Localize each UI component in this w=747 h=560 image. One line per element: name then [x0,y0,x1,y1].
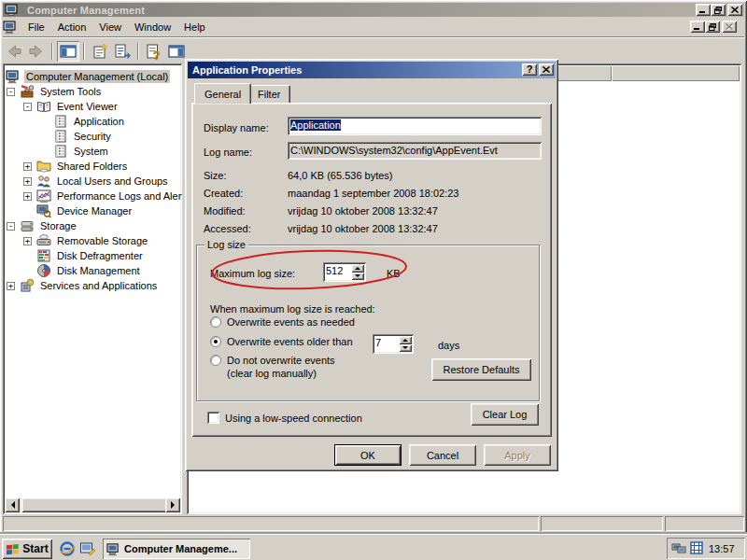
maximum-log-size-label: Maximum log size: [210,268,295,279]
tree-item-label: System [72,145,110,158]
restore-defaults-label: Restore Defaults [444,364,520,375]
close-button[interactable] [727,4,742,16]
accessed-label: Accessed: [204,223,251,234]
low-speed-checkbox-row[interactable]: Using a low-speed connection [207,412,362,424]
tree-item-label: Removable Storage [55,234,149,247]
clear-log-button[interactable]: Clear Log [471,403,539,426]
minimize-button[interactable] [696,4,711,16]
show-console-tree-icon[interactable] [57,41,79,62]
restore-defaults-button[interactable]: Restore Defaults [431,358,531,381]
ok-button[interactable]: OK [334,444,402,466]
tree-item-label: Security [72,130,113,143]
removable-storage-icon [36,233,51,248]
tree-item-local-users-and-groups[interactable]: +Local Users and Groups [3,174,182,189]
scrollbar-thumb[interactable] [21,497,167,512]
radio-label: Overwrite events older than [227,336,353,347]
menu-item-action[interactable]: Action [51,20,93,35]
tree-item-services-and-applications[interactable]: +Services and Applications [3,278,182,293]
spin-up-button[interactable] [351,264,364,273]
radio-overwrite-events-older-than[interactable]: Overwrite events older than [210,336,353,347]
collapse-icon[interactable]: - [23,103,32,111]
maximum-log-size-value: 512 [326,265,343,277]
size-label: Size: [204,170,226,181]
clock[interactable]: 13:57 [709,543,735,554]
taskbar-task-computer-management[interactable]: Computer Manageme... [103,539,250,559]
console-window-icon[interactable] [3,20,18,35]
tree-item-disk-management[interactable]: Disk Management [3,263,182,278]
child-restore-button[interactable] [705,21,720,33]
computer-icon [6,69,21,84]
spin-up-button[interactable] [399,336,412,344]
main-titlebar[interactable]: Computer Management [3,3,744,17]
display-name-input[interactable]: Application [288,117,542,135]
menu-item-file[interactable]: File [21,20,51,35]
menu-item-help[interactable]: Help [177,20,212,35]
column-header-2[interactable] [612,65,740,81]
tree-item-performance-logs-and-alerts[interactable]: +Performance Logs and Alerts [3,189,182,203]
cancel-button[interactable]: Cancel [409,444,476,466]
menu-item-view[interactable]: View [92,20,128,35]
created-value: maandag 1 september 2008 18:02:23 [288,188,458,199]
restore-button[interactable] [711,4,726,16]
tree-item-system-tools[interactable]: -System Tools [3,84,182,99]
computer-icon [5,3,20,18]
tree-item-system[interactable]: System [3,144,182,159]
scroll-left-button[interactable] [5,497,20,512]
radio-icon[interactable] [210,355,221,366]
status-panel-3 [665,516,744,531]
expand-icon[interactable]: + [23,177,32,186]
scroll-right-button[interactable] [165,497,180,512]
radio-do-not-overwrite-events[interactable]: Do not overwrite events [210,355,335,366]
show-desktop-icon[interactable] [79,540,96,557]
system-tools-icon [20,84,35,99]
radio-icon[interactable] [210,316,221,328]
child-minimize-button[interactable] [690,21,705,33]
event-log-icon [53,129,68,144]
expand-icon[interactable]: + [23,237,32,245]
radio-selected-icon[interactable] [210,336,221,347]
tree-item-storage[interactable]: -Storage [3,218,182,233]
tree-item-application[interactable]: Application [3,114,182,129]
tree-item-removable-storage[interactable]: +Removable Storage [3,233,182,248]
dialog-close-button[interactable] [539,63,554,76]
collapse-icon[interactable]: - [7,88,15,96]
menu-item-window[interactable]: Window [128,20,177,35]
start-button[interactable]: Start [2,539,52,559]
collapse-icon[interactable]: - [7,222,15,231]
dialog-title: Application Properties [192,64,302,76]
log-name-label: Log name: [204,147,252,158]
properties-icon[interactable] [89,41,111,62]
help-doc-icon[interactable]: ? [143,41,165,62]
tree-item-shared-folders[interactable]: +Shared Folders [3,159,182,174]
network-tray-icon[interactable] [671,540,686,557]
status-bar [3,514,744,533]
tree-item-device-manager[interactable]: Device Manager [3,203,182,218]
tray-app-icon[interactable] [689,540,704,557]
spin-down-button[interactable] [351,273,364,281]
low-speed-checkbox[interactable] [207,412,219,424]
tree-item-event-viewer[interactable]: -Event Viewer [3,99,182,114]
export-list-icon[interactable] [111,41,134,62]
spin-down-button[interactable] [399,344,412,353]
tree-item-label: Shared Folders [55,160,129,173]
dialog-titlebar[interactable]: Application Properties ? [188,62,556,78]
tree-item-label: Disk Management [55,264,142,277]
tab-filter[interactable]: Filter [247,85,290,103]
retention-days-spinner[interactable]: 7 [373,334,414,354]
status-panel-1 [3,516,539,531]
tab-general[interactable]: General [194,83,251,104]
tab-filter-label: Filter [258,89,280,100]
tree-item-security[interactable]: Security [3,129,182,144]
tree-item-computer-management-local[interactable]: Computer Management (Local) [3,69,182,84]
radio-label: Do not overwrite events [227,355,335,366]
expand-icon[interactable]: + [23,192,32,201]
maximum-log-size-spinner[interactable]: 512 [323,262,366,282]
help-button[interactable]: ? [522,63,537,76]
internet-explorer-icon[interactable] [59,540,76,557]
tree-item-disk-defragmenter[interactable]: Disk Defragmenter [3,248,182,263]
radio-overwrite-events-as-needed[interactable]: Overwrite events as needed [210,316,355,328]
expand-icon[interactable]: + [23,162,32,171]
console-tree-pane[interactable]: Computer Management (Local)-System Tools… [3,63,182,514]
tree-horizontal-scrollbar[interactable] [5,497,180,512]
expand-icon[interactable]: + [7,282,15,290]
